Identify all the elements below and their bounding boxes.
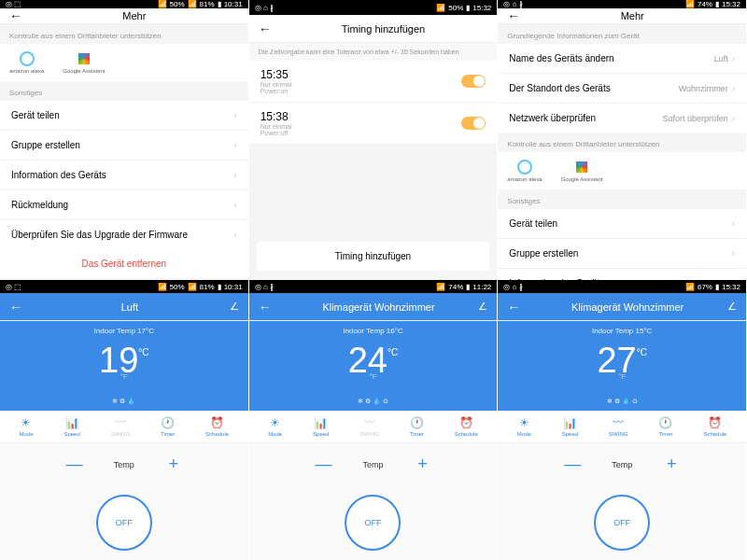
list-item[interactable]: Netzwerk überprüfenSofort überprüfen› — [498, 104, 746, 133]
list-item[interactable]: Gruppe erstellen› — [498, 239, 746, 269]
status-bar: ◎ ⌂ ∦ 📶67%▮15:32 — [498, 280, 746, 293]
add-timing-button[interactable]: Timing hinzufügen — [257, 242, 490, 271]
status-icons: ❄ ⚙ 💧 ⊙ — [498, 398, 746, 411]
remove-device-button[interactable]: Das Gerät entfernen — [0, 249, 248, 278]
page-title: Timing hinzufügen — [279, 23, 488, 35]
back-icon[interactable]: ← — [507, 8, 520, 23]
speed-button[interactable]: 📊Speed — [313, 416, 329, 437]
speed-button[interactable]: 📊Speed — [63, 416, 79, 437]
status-bar: ◎ ⬚ 📶50%📶81%▮10:31 — [0, 280, 248, 293]
page-title: Luft — [30, 301, 230, 313]
list-item[interactable]: Gerät teilen› — [498, 209, 746, 239]
power-button[interactable]: OFF — [345, 495, 401, 551]
section-label: Sonstiges — [0, 81, 248, 101]
swing-button[interactable]: 〰SWING — [609, 416, 627, 437]
screen-mehr-1: ◎ ⬚ 📶50%📶81%▮10:31 ← Mehr Kontrolle aus … — [0, 0, 249, 280]
indoor-temp: Indoor Temp 15°C — [498, 321, 746, 337]
chevron-right-icon: › — [732, 83, 735, 93]
timer-button[interactable]: 🕐Timer — [658, 416, 672, 437]
mode-button[interactable]: ☀Mode — [517, 416, 531, 437]
chevron-right-icon: › — [233, 170, 236, 180]
power-button[interactable]: OFF — [96, 495, 152, 551]
chevron-right-icon: › — [732, 113, 735, 123]
timing-row[interactable]: 15:38Nur einmalPower:off — [249, 103, 498, 145]
temp-plus-button[interactable]: + — [660, 455, 683, 474]
section-label: Kontrolle aus einem Drittanbieter unters… — [0, 24, 248, 44]
edit-icon[interactable]: ∠ — [478, 301, 487, 313]
google-button[interactable]: Google Assistant — [561, 160, 603, 182]
toggle[interactable] — [461, 117, 486, 130]
temp-control: — Temp + — [498, 443, 746, 485]
swing-button[interactable]: 〰SWING — [111, 416, 130, 437]
section-label: Sonstiges — [498, 189, 746, 209]
timing-row[interactable]: 15:35Nur einmalPower:on — [249, 61, 498, 103]
mode-bar: ☀Mode 📊Speed 〰SWING 🕐Timer ⏰Schedule — [0, 411, 248, 443]
page-title: Klimagerät Wohnzimmer — [528, 301, 727, 313]
screen-mehr-2: ◎ ⌂ ∦ 📶74%▮15:32 ← Mehr Grundlegende Inf… — [498, 0, 747, 280]
temp-minus-button[interactable]: — — [312, 455, 334, 474]
indoor-temp: Indoor Temp 16°C — [249, 321, 498, 337]
list-item[interactable]: Der Standort des GerätsWohnzimmer› — [498, 74, 746, 104]
temp-minus-button[interactable]: — — [63, 455, 86, 474]
header: ← Timing hinzufügen — [249, 15, 498, 43]
toggle[interactable] — [461, 75, 486, 88]
timer-button[interactable]: 🕐Timer — [161, 416, 175, 437]
chevron-right-icon: › — [732, 218, 735, 229]
timer-button[interactable]: 🕐Timer — [410, 416, 424, 437]
status-bar: ◎ ⌂ ∦ 📶74%▮15:32 — [498, 0, 746, 8]
edit-icon[interactable]: ∠ — [727, 301, 737, 313]
speed-button[interactable]: 📊Speed — [562, 416, 578, 437]
status-icons: ❄ ⚙ 💧 — [0, 398, 248, 411]
temperature-display: 27°C°F — [498, 337, 746, 398]
temp-plus-button[interactable]: + — [162, 455, 185, 474]
status-bar: ◎ ⌂ ∦ 📶50%▮15:32 — [249, 0, 498, 15]
list-item[interactable]: Überprüfen Sie das Upgrade der Firmware› — [0, 220, 248, 249]
edit-icon[interactable]: ∠ — [230, 301, 239, 313]
status-bar: ◎ ⬚ 📶50%📶81%▮10:31 — [0, 0, 248, 8]
chevron-right-icon: › — [233, 110, 236, 120]
back-icon[interactable]: ← — [259, 300, 272, 315]
chevron-right-icon: › — [233, 230, 236, 240]
schedule-button[interactable]: ⏰Schedule — [205, 416, 229, 437]
assistants: amazon alexa Google Assistant — [498, 152, 746, 189]
section-label: Kontrolle aus einem Drittanbieter unters… — [498, 133, 746, 152]
list-item[interactable]: Gruppe erstellen› — [0, 131, 248, 161]
power-button[interactable]: OFF — [594, 495, 650, 551]
temperature-display: 19°C°F — [0, 337, 248, 398]
google-button[interactable]: Google Assistant — [63, 51, 105, 74]
header: ← Klimagerät Wohnzimmer ∠ — [249, 293, 498, 321]
alexa-button[interactable]: amazon alexa — [507, 160, 542, 182]
temp-minus-button[interactable]: — — [561, 455, 584, 474]
chevron-right-icon: › — [233, 140, 236, 150]
status-icons: ❄ ⚙ 💧 ⊙ — [249, 398, 498, 411]
page-title: Mehr — [528, 10, 737, 21]
temp-control: — Temp + — [249, 443, 498, 485]
alexa-button[interactable]: amazon alexa — [9, 51, 44, 74]
screen-climate-2: ◎ ⌂ ∦ 📶74%▮11:22 ← Klimagerät Wohnzimmer… — [249, 280, 499, 560]
back-icon[interactable]: ← — [259, 21, 272, 36]
header: ← Mehr — [498, 8, 746, 24]
swing-button[interactable]: 〰SWING — [359, 416, 378, 437]
temp-control: — Temp + — [0, 443, 248, 485]
assistants: amazon alexa Google Assistant — [0, 44, 248, 81]
list-item[interactable]: Information des Geräts› — [0, 161, 248, 190]
temp-plus-button[interactable]: + — [412, 455, 434, 474]
list-item[interactable]: Gerät teilen› — [0, 101, 248, 131]
list-item[interactable]: Rückmeldung› — [0, 190, 248, 220]
page-title: Klimagerät Wohnzimmer — [279, 301, 479, 313]
section-label: Grundlegende Informationen zum Gerät — [498, 24, 746, 44]
back-icon[interactable]: ← — [507, 300, 520, 315]
screen-climate-3: ◎ ⌂ ∦ 📶67%▮15:32 ← Klimagerät Wohnzimmer… — [498, 280, 747, 560]
back-icon[interactable]: ← — [9, 300, 22, 315]
list-item[interactable]: Information des Geräts› — [498, 269, 746, 280]
schedule-button[interactable]: ⏰Schedule — [455, 416, 478, 437]
screen-timing: ◎ ⌂ ∦ 📶50%▮15:32 ← Timing hinzufügen Die… — [249, 0, 499, 280]
page-title: Mehr — [30, 10, 239, 21]
indoor-temp: Indoor Temp 17°C — [0, 321, 248, 337]
schedule-button[interactable]: ⏰Schedule — [703, 416, 726, 437]
mode-button[interactable]: ☀Mode — [268, 416, 282, 437]
header: ← Klimagerät Wohnzimmer ∠ — [498, 293, 746, 321]
mode-button[interactable]: ☀Mode — [19, 416, 33, 437]
list-item[interactable]: Name des Geräts ändernLuft› — [498, 44, 746, 74]
back-icon[interactable]: ← — [9, 8, 22, 23]
